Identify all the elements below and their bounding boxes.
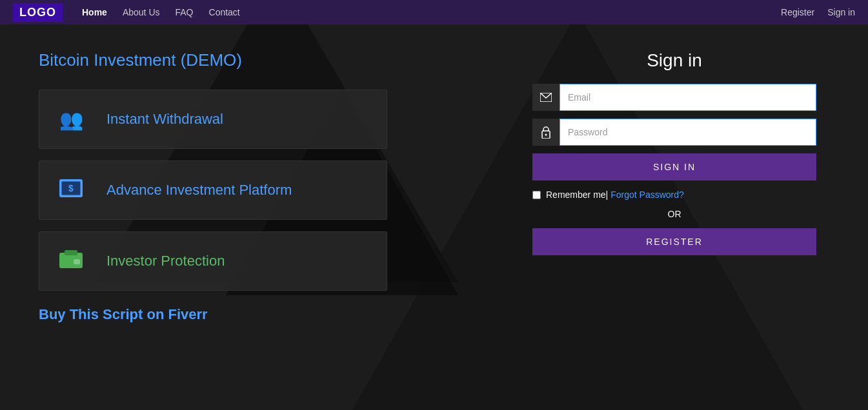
email-input-group [532,84,816,111]
main-content: Bitcoin Investment (DEMO) 👥 Instant With… [0,24,868,410]
feature-card-advance-investment: $ Advance Investment Platform [39,161,387,220]
password-field[interactable] [560,119,816,146]
nav-signin[interactable]: Sign in [827,7,855,17]
feature-card-instant-withdrawal: 👥 Instant Withdrawal [39,90,387,149]
remember-checkbox[interactable] [532,191,541,199]
nav-contact[interactable]: Contact [209,7,240,17]
buy-text: Buy This Script on [39,306,168,322]
wallet-icon [55,245,87,277]
email-icon [532,84,560,111]
lock-icon [532,119,560,146]
signin-button[interactable]: SIGN IN [532,153,816,181]
remember-label: Remember me [546,190,606,200]
nav-about[interactable]: About Us [123,7,160,17]
feature-card-investor-protection: Investor Protection [39,231,387,291]
nav-home[interactable]: Home [82,7,107,17]
dollar-icon: $ [55,174,87,206]
signin-title: Sign in [647,50,702,71]
nav-faq[interactable]: FAQ [176,7,194,17]
register-button[interactable]: REGISTER [532,228,816,255]
forgot-password-link[interactable]: Forgot Password? [611,190,684,200]
feature-label-advance-investment: Advance Investment Platform [106,182,292,199]
svg-rect-5 [74,259,80,264]
navbar-right: Register Sign in [781,7,855,17]
svg-text:$: $ [68,183,74,193]
svg-rect-4 [65,250,77,255]
or-divider: OR [668,209,681,219]
password-input-group [532,119,816,146]
hero-title: Bitcoin Investment (DEMO) [39,50,494,70]
signin-section: Sign in SIGN IN [520,44,829,391]
email-field[interactable] [560,84,816,111]
fiverr-link[interactable]: Fiverr [168,306,207,322]
svg-point-8 [545,134,547,136]
remember-row: Remember me | Forgot Password? [532,190,816,200]
buy-section: Buy This Script on Fiverr [39,306,494,323]
feature-label-investor-protection: Investor Protection [106,253,225,269]
left-section: Bitcoin Investment (DEMO) 👥 Instant With… [39,44,520,391]
nav-links: Home About Us FAQ Contact [82,7,781,17]
navbar: LOGO Home About Us FAQ Contact Register … [0,0,868,24]
feature-label-instant-withdrawal: Instant Withdrawal [106,111,223,128]
users-icon: 👥 [55,103,87,135]
nav-register[interactable]: Register [781,7,814,17]
logo[interactable]: LOGO [13,3,63,22]
